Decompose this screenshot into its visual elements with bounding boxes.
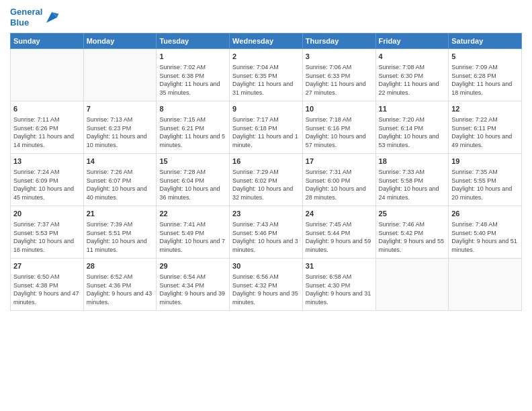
day-info: Sunrise: 6:52 AMSunset: 4:36 PMDaylight:… — [87, 273, 154, 306]
calendar-day-cell: 6Sunrise: 7:11 AMSunset: 6:26 PMDaylight… — [11, 101, 84, 154]
weekday-header: Saturday — [449, 34, 522, 49]
calendar-day-cell: 28Sunrise: 6:52 AMSunset: 4:36 PMDayligh… — [83, 259, 157, 311]
day-info: Sunrise: 7:06 AMSunset: 6:33 PMDaylight:… — [306, 63, 373, 97]
day-number: 5 — [451, 52, 519, 62]
calendar-day-cell: 31Sunrise: 6:58 AMSunset: 4:30 PMDayligh… — [302, 259, 375, 311]
day-number: 30 — [232, 261, 300, 271]
day-info: Sunrise: 6:54 AMSunset: 4:34 PMDaylight:… — [159, 273, 226, 306]
day-number: 17 — [306, 156, 373, 167]
day-number: 31 — [306, 261, 373, 271]
logo-text: GeneralBlue — [10, 7, 42, 28]
day-number: 21 — [87, 209, 154, 219]
calendar-day-cell: 22Sunrise: 7:41 AMSunset: 5:49 PMDayligh… — [157, 206, 230, 259]
calendar-day-cell: 4Sunrise: 7:08 AMSunset: 6:30 PMDaylight… — [375, 49, 449, 101]
day-number: 19 — [451, 156, 519, 167]
day-info: Sunrise: 7:33 AMSunset: 5:58 PMDaylight:… — [379, 168, 446, 201]
calendar-day-cell — [375, 259, 449, 311]
calendar-day-cell: 29Sunrise: 6:54 AMSunset: 4:34 PMDayligh… — [157, 259, 230, 311]
calendar-day-cell: 8Sunrise: 7:15 AMSunset: 6:21 PMDaylight… — [157, 101, 230, 154]
day-info: Sunrise: 7:04 AMSunset: 6:35 PMDaylight:… — [232, 63, 300, 97]
weekday-header: Friday — [375, 34, 449, 49]
day-info: Sunrise: 7:08 AMSunset: 6:30 PMDaylight:… — [379, 63, 446, 97]
weekday-header: Thursday — [302, 34, 375, 49]
day-number: 11 — [379, 104, 446, 114]
day-number: 8 — [159, 104, 226, 114]
calendar-day-cell: 10Sunrise: 7:18 AMSunset: 6:16 PMDayligh… — [302, 101, 375, 154]
day-number: 22 — [159, 209, 226, 219]
calendar-day-cell: 19Sunrise: 7:35 AMSunset: 5:55 PMDayligh… — [449, 154, 522, 206]
day-info: Sunrise: 6:56 AMSunset: 4:32 PMDaylight:… — [232, 273, 300, 306]
day-info: Sunrise: 7:28 AMSunset: 6:04 PMDaylight:… — [159, 168, 226, 201]
day-number: 14 — [87, 156, 154, 167]
day-number: 28 — [87, 261, 154, 271]
day-info: Sunrise: 7:29 AMSunset: 6:02 PMDaylight:… — [232, 168, 300, 201]
day-number: 13 — [13, 156, 81, 167]
day-info: Sunrise: 7:41 AMSunset: 5:49 PMDaylight:… — [159, 220, 226, 254]
day-info: Sunrise: 6:58 AMSunset: 4:30 PMDaylight:… — [306, 273, 373, 306]
day-number: 3 — [306, 52, 373, 62]
calendar-day-cell: 20Sunrise: 7:37 AMSunset: 5:53 PMDayligh… — [11, 206, 84, 259]
day-number: 7 — [87, 104, 154, 114]
calendar-week-row: 13Sunrise: 7:24 AMSunset: 6:09 PMDayligh… — [11, 154, 522, 206]
calendar-day-cell: 21Sunrise: 7:39 AMSunset: 5:51 PMDayligh… — [83, 206, 157, 259]
day-number: 29 — [159, 261, 226, 271]
calendar-day-cell: 26Sunrise: 7:48 AMSunset: 5:40 PMDayligh… — [449, 206, 522, 259]
calendar-body: 1Sunrise: 7:02 AMSunset: 6:38 PMDaylight… — [11, 49, 522, 311]
day-number: 1 — [159, 52, 226, 62]
day-info: Sunrise: 6:50 AMSunset: 4:38 PMDaylight:… — [13, 273, 81, 306]
calendar-day-cell: 23Sunrise: 7:43 AMSunset: 5:46 PMDayligh… — [230, 206, 303, 259]
calendar-week-row: 6Sunrise: 7:11 AMSunset: 6:26 PMDaylight… — [11, 101, 522, 154]
day-info: Sunrise: 7:15 AMSunset: 6:21 PMDaylight:… — [159, 116, 226, 149]
day-info: Sunrise: 7:48 AMSunset: 5:40 PMDaylight:… — [451, 220, 519, 254]
calendar-day-cell: 13Sunrise: 7:24 AMSunset: 6:09 PMDayligh… — [11, 154, 84, 206]
day-info: Sunrise: 7:39 AMSunset: 5:51 PMDaylight:… — [87, 220, 154, 254]
calendar-day-cell: 27Sunrise: 6:50 AMSunset: 4:38 PMDayligh… — [11, 259, 84, 311]
day-info: Sunrise: 7:02 AMSunset: 6:38 PMDaylight:… — [159, 63, 226, 97]
weekday-header: Tuesday — [157, 34, 230, 49]
calendar-day-cell: 16Sunrise: 7:29 AMSunset: 6:02 PMDayligh… — [230, 154, 303, 206]
day-info: Sunrise: 7:17 AMSunset: 6:18 PMDaylight:… — [232, 116, 300, 149]
calendar-week-row: 27Sunrise: 6:50 AMSunset: 4:38 PMDayligh… — [11, 259, 522, 311]
day-info: Sunrise: 7:37 AMSunset: 5:53 PMDaylight:… — [13, 220, 81, 254]
day-info: Sunrise: 7:11 AMSunset: 6:26 PMDaylight:… — [13, 116, 81, 149]
calendar-day-cell: 18Sunrise: 7:33 AMSunset: 5:58 PMDayligh… — [375, 154, 449, 206]
calendar-day-cell: 3Sunrise: 7:06 AMSunset: 6:33 PMDaylight… — [302, 49, 375, 101]
logo-icon — [44, 9, 60, 26]
calendar-week-row: 1Sunrise: 7:02 AMSunset: 6:38 PMDaylight… — [11, 49, 522, 101]
day-info: Sunrise: 7:46 AMSunset: 5:42 PMDaylight:… — [379, 220, 446, 254]
day-number: 9 — [232, 104, 300, 114]
day-info: Sunrise: 7:20 AMSunset: 6:14 PMDaylight:… — [379, 116, 446, 149]
calendar-day-cell: 30Sunrise: 6:56 AMSunset: 4:32 PMDayligh… — [230, 259, 303, 311]
day-number: 20 — [13, 209, 81, 219]
day-number: 23 — [232, 209, 300, 219]
day-number: 15 — [159, 156, 226, 167]
day-number: 12 — [451, 104, 519, 114]
weekday-header: Sunday — [11, 34, 84, 49]
day-info: Sunrise: 7:26 AMSunset: 6:07 PMDaylight:… — [87, 168, 154, 201]
day-info: Sunrise: 7:24 AMSunset: 6:09 PMDaylight:… — [13, 168, 81, 201]
calendar-day-cell: 25Sunrise: 7:46 AMSunset: 5:42 PMDayligh… — [375, 206, 449, 259]
day-number: 26 — [451, 209, 519, 219]
day-number: 2 — [232, 52, 300, 62]
calendar-day-cell: 9Sunrise: 7:17 AMSunset: 6:18 PMDaylight… — [230, 101, 303, 154]
calendar-day-cell — [449, 259, 522, 311]
calendar-day-cell — [83, 49, 157, 101]
logo: GeneralBlue — [10, 7, 60, 28]
calendar-day-cell: 7Sunrise: 7:13 AMSunset: 6:23 PMDaylight… — [83, 101, 157, 154]
calendar-day-cell: 17Sunrise: 7:31 AMSunset: 6:00 PMDayligh… — [302, 154, 375, 206]
day-number: 27 — [13, 261, 81, 271]
day-number: 4 — [379, 52, 446, 62]
calendar-table: SundayMondayTuesdayWednesdayThursdayFrid… — [10, 33, 522, 311]
calendar-day-cell: 12Sunrise: 7:22 AMSunset: 6:11 PMDayligh… — [449, 101, 522, 154]
calendar-week-row: 20Sunrise: 7:37 AMSunset: 5:53 PMDayligh… — [11, 206, 522, 259]
page: GeneralBlue SundayMondayTuesdayWednesday… — [0, 0, 532, 411]
day-info: Sunrise: 7:18 AMSunset: 6:16 PMDaylight:… — [306, 116, 373, 149]
day-info: Sunrise: 7:13 AMSunset: 6:23 PMDaylight:… — [87, 116, 154, 149]
weekday-header: Wednesday — [230, 34, 303, 49]
day-number: 18 — [379, 156, 446, 167]
header: GeneralBlue — [10, 7, 522, 28]
day-number: 6 — [13, 104, 81, 114]
day-number: 10 — [306, 104, 373, 114]
weekday-row: SundayMondayTuesdayWednesdayThursdayFrid… — [11, 34, 522, 49]
calendar-header: SundayMondayTuesdayWednesdayThursdayFrid… — [11, 34, 522, 49]
